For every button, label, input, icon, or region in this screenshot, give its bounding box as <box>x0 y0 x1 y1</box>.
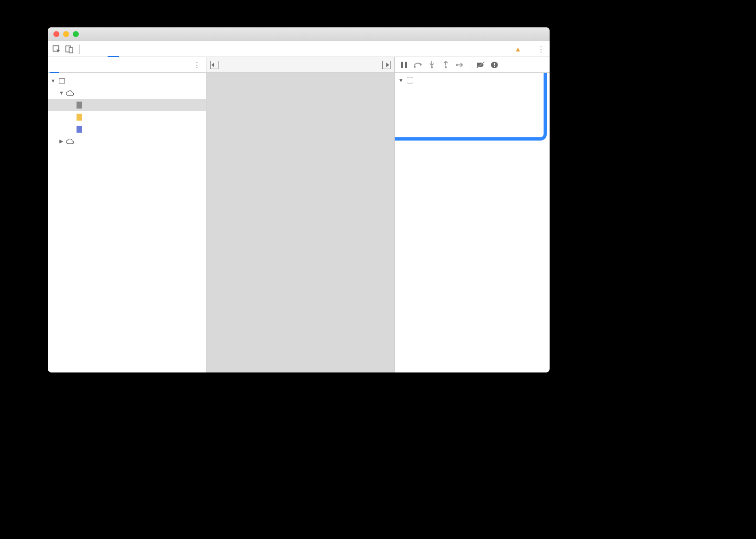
svg-rect-2 <box>69 48 73 53</box>
tab-network[interactable] <box>120 41 131 57</box>
svg-point-5 <box>414 65 416 67</box>
show-debugger-icon[interactable] <box>382 61 391 69</box>
svg-point-8 <box>456 64 458 65</box>
tab-memory[interactable] <box>144 41 155 57</box>
tree-item-welcome-js[interactable] <box>48 111 206 123</box>
warnings-badge[interactable]: ▲ <box>514 45 523 53</box>
checkbox[interactable] <box>407 77 413 83</box>
window-controls <box>48 31 79 37</box>
disclosure-triangle-icon: ▼ <box>398 77 403 83</box>
debugger-pane: ▼ <box>395 57 550 372</box>
pause-icon[interactable] <box>399 61 409 69</box>
step-icon[interactable] <box>455 61 464 69</box>
tab-elements[interactable] <box>83 41 95 57</box>
tree-item-welcome[interactable]: ▼ <box>48 87 206 99</box>
frame-icon <box>58 77 65 84</box>
svg-rect-12 <box>494 66 495 67</box>
zoom-window-button[interactable] <box>73 31 79 37</box>
subtab-page[interactable] <box>50 57 59 73</box>
step-into-icon[interactable] <box>427 61 436 69</box>
editor-pane <box>206 57 395 372</box>
breakpoint-category-pip[interactable]: ▼ <box>395 74 550 86</box>
tree-item-top[interactable]: ▼ <box>48 75 206 87</box>
editor-placeholder <box>206 73 394 372</box>
file-tree: ▼ ▼ <box>48 73 206 372</box>
tree-item-welcome-css[interactable] <box>48 123 206 135</box>
svg-rect-3 <box>401 62 403 68</box>
minimize-window-button[interactable] <box>63 31 69 37</box>
tab-sources[interactable] <box>108 41 119 57</box>
kebab-menu-icon[interactable]: ⋮ <box>535 43 547 55</box>
file-icon <box>76 113 83 121</box>
cloud-icon <box>66 137 74 145</box>
warning-icon: ▲ <box>514 45 521 53</box>
navigator-pane: ⋮ ▼ ▼ <box>48 57 206 372</box>
cloud-icon <box>66 89 74 96</box>
step-out-icon[interactable] <box>441 61 450 69</box>
event-listener-breakpoints: ▼ <box>395 73 550 372</box>
step-over-icon[interactable] <box>413 61 423 69</box>
close-window-button[interactable] <box>53 31 59 37</box>
navigator-menu-icon[interactable]: ⋮ <box>190 61 204 69</box>
deactivate-breakpoints-icon[interactable] <box>476 61 485 69</box>
svg-rect-11 <box>494 63 495 65</box>
tab-console[interactable] <box>96 41 107 57</box>
toolbar-separator <box>529 45 529 54</box>
file-icon <box>76 101 83 109</box>
pause-on-exceptions-icon[interactable] <box>490 61 499 69</box>
inspect-element-icon[interactable] <box>51 43 63 55</box>
toolbar-separator <box>79 45 80 54</box>
tab-application[interactable] <box>156 41 167 57</box>
navigator-tabs: ⋮ <box>48 57 206 73</box>
disclosure-triangle-icon: ▶ <box>59 138 64 144</box>
svg-rect-4 <box>405 62 407 68</box>
tree-item-index[interactable] <box>48 99 206 111</box>
disclosure-triangle-icon: ▼ <box>51 78 55 83</box>
debugger-toolbar <box>395 57 550 73</box>
titlebar <box>48 27 550 41</box>
device-toolbar-icon[interactable] <box>64 43 76 55</box>
editor-toolbar <box>206 57 394 73</box>
tabs-overflow[interactable] <box>168 41 179 57</box>
file-icon <box>76 125 83 133</box>
devtools-window: ▲ ⋮ ⋮ ▼ ▼ <box>48 27 550 372</box>
svg-point-7 <box>445 66 447 68</box>
tree-item-resources[interactable]: ▶ <box>48 135 206 147</box>
svg-point-6 <box>431 66 433 68</box>
tab-performance[interactable] <box>132 41 143 57</box>
subtab-filesystem[interactable] <box>59 57 68 73</box>
main-toolbar: ▲ ⋮ <box>48 41 550 57</box>
content-area: ⋮ ▼ ▼ <box>48 57 550 372</box>
show-navigator-icon[interactable] <box>210 61 218 69</box>
toolbar-separator <box>470 60 470 70</box>
disclosure-triangle-icon: ▼ <box>59 90 64 96</box>
